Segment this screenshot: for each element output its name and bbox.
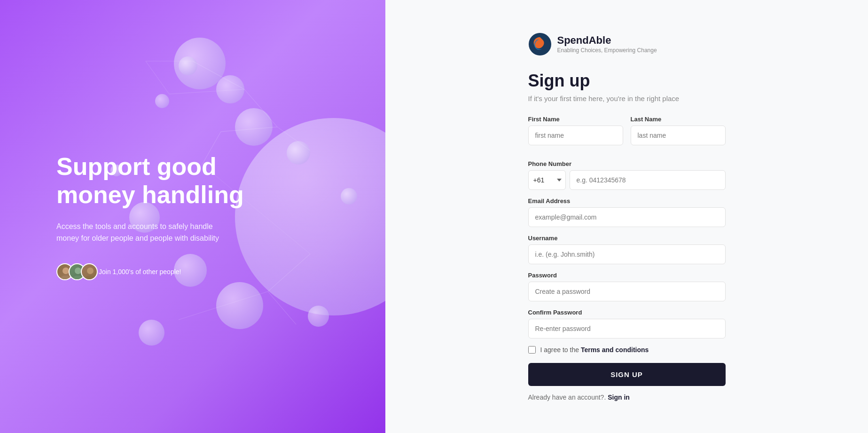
terms-checkbox[interactable] bbox=[528, 346, 536, 354]
password-label: Password bbox=[528, 272, 726, 279]
phone-number-input[interactable] bbox=[570, 170, 726, 190]
svg-line-5 bbox=[277, 127, 310, 150]
name-row: First Name Last Name bbox=[528, 116, 726, 153]
right-panel: SpendAble Enabling Choices, Empowering C… bbox=[385, 0, 868, 433]
page-title: Sign up bbox=[528, 71, 726, 91]
phone-input-group: +61 +1 +44 +64 bbox=[528, 170, 726, 190]
sphere-main bbox=[235, 118, 385, 315]
username-group: Username bbox=[528, 235, 726, 264]
sphere-6 bbox=[287, 141, 310, 165]
confirm-password-label: Confirm Password bbox=[528, 309, 726, 316]
first-name-label: First Name bbox=[528, 116, 623, 123]
last-name-group: Last Name bbox=[631, 116, 726, 145]
brand-tagline: Enabling Choices, Empowering Change bbox=[557, 47, 657, 54]
sphere-9 bbox=[308, 306, 329, 327]
confirm-password-input[interactable] bbox=[528, 319, 726, 339]
svg-line-1 bbox=[244, 89, 277, 127]
terms-text: I agree to the Terms and conditions bbox=[540, 346, 649, 354]
svg-point-16 bbox=[87, 268, 94, 274]
brand-logo-icon bbox=[528, 32, 552, 56]
page-subtitle: If it's your first time here, you're in … bbox=[528, 94, 726, 102]
brand: SpendAble Enabling Choices, Empowering C… bbox=[528, 32, 726, 56]
svg-point-12 bbox=[63, 268, 69, 274]
left-content: Support good money handling Access the t… bbox=[56, 153, 254, 280]
phone-group: Phone Number +61 +1 +44 +64 bbox=[528, 160, 726, 190]
sphere-2 bbox=[216, 75, 244, 103]
terms-link[interactable]: Terms and conditions bbox=[581, 346, 649, 354]
social-proof-text: Join 1,000's of other people! bbox=[99, 268, 181, 276]
username-label: Username bbox=[528, 235, 726, 242]
phone-code-select[interactable]: +61 +1 +44 +64 bbox=[528, 170, 566, 190]
hero-title: Support good money handling bbox=[56, 153, 254, 209]
svg-line-0 bbox=[193, 61, 244, 89]
svg-line-11 bbox=[146, 61, 169, 94]
confirm-password-group: Confirm Password bbox=[528, 309, 726, 339]
sphere-10 bbox=[139, 320, 164, 346]
username-input[interactable] bbox=[528, 244, 726, 264]
email-label: Email Address bbox=[528, 197, 726, 205]
social-proof: Join 1,000's of other people! bbox=[56, 263, 254, 280]
first-name-input[interactable] bbox=[528, 126, 623, 145]
sphere-8 bbox=[216, 282, 263, 329]
sphere-3 bbox=[179, 56, 197, 75]
svg-point-17 bbox=[85, 276, 96, 280]
terms-row: I agree to the Terms and conditions bbox=[528, 346, 726, 354]
sphere-1 bbox=[174, 38, 226, 89]
signup-button[interactable]: SIGN UP bbox=[528, 363, 726, 386]
last-name-label: Last Name bbox=[631, 116, 726, 123]
svg-line-4 bbox=[169, 89, 244, 94]
svg-point-14 bbox=[75, 268, 81, 274]
sphere-5 bbox=[155, 94, 169, 108]
email-input[interactable] bbox=[528, 207, 726, 227]
svg-line-2 bbox=[221, 127, 277, 132]
password-group: Password bbox=[528, 272, 726, 301]
avatar-group bbox=[56, 263, 93, 280]
hero-subtitle: Access the tools and accounts to safely … bbox=[56, 220, 226, 244]
email-group: Email Address bbox=[528, 197, 726, 227]
brand-name: SpendAble bbox=[557, 34, 657, 47]
signin-link[interactable]: Sign in bbox=[608, 394, 630, 401]
sphere-12 bbox=[341, 188, 357, 205]
brand-text: SpendAble Enabling Choices, Empowering C… bbox=[557, 34, 657, 53]
left-panel: Support good money handling Access the t… bbox=[0, 0, 385, 433]
signin-text: Already have an account?. Sign in bbox=[528, 394, 726, 401]
svg-line-8 bbox=[179, 291, 268, 320]
phone-label: Phone Number bbox=[528, 160, 726, 167]
last-name-input[interactable] bbox=[631, 126, 726, 145]
avatar bbox=[81, 263, 98, 280]
form-container: SpendAble Enabling Choices, Empowering C… bbox=[528, 32, 726, 401]
first-name-group: First Name bbox=[528, 116, 623, 145]
svg-line-7 bbox=[268, 291, 296, 324]
svg-line-6 bbox=[268, 254, 310, 291]
password-input[interactable] bbox=[528, 282, 726, 301]
sphere-4 bbox=[235, 108, 273, 146]
